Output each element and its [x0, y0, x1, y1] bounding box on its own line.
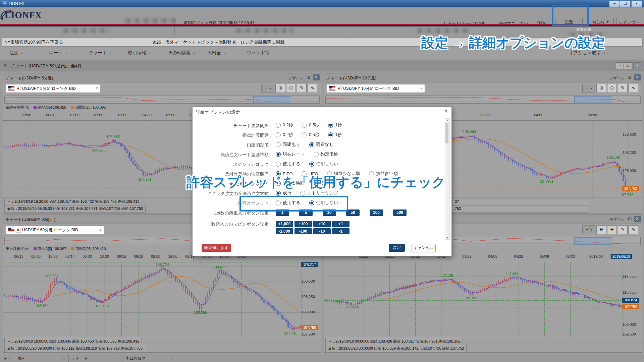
menu-item-2[interactable]: チャート∨ [89, 50, 112, 56]
radio-icon[interactable] [302, 132, 307, 137]
radio-selected-icon[interactable] [276, 152, 281, 157]
radio-icon[interactable] [276, 123, 281, 128]
chart-plot-area[interactable]: 108.817108.750108.500108.250108.000107.7… [3, 262, 321, 337]
lot-preset-button[interactable]: 50 [346, 209, 360, 216]
radio-option[interactable]: 使用する [276, 161, 301, 167]
scroll-thumb[interactable] [445, 123, 448, 143]
japan-flag-icon [337, 86, 342, 91]
menu-item-5[interactable]: 入出金∨ [207, 50, 225, 56]
add-indicator-button[interactable]: ＋ ∨ [582, 225, 595, 234]
ok-button[interactable]: 決定 [389, 244, 405, 252]
mdi-restore-button[interactable]: ❐ [624, 62, 632, 69]
spin-preset-button[interactable]: -1 [332, 228, 350, 234]
tab-trade[interactable]: 取引∨ [15, 354, 69, 362]
radio-option[interactable]: 約定価格 [314, 151, 338, 157]
mdi-minimize-button[interactable]: ▭ [615, 62, 623, 69]
tab-chart[interactable]: チャート∨ [68, 354, 122, 362]
radio-option[interactable]: 0.2秒 [276, 132, 293, 138]
instrument-dropdown[interactable]: USD/JPY 10分足 ローソク BID∨ [327, 84, 425, 93]
spin-preset-button[interactable]: -1,000 [276, 228, 293, 234]
scroll-up-icon[interactable]: ▲ [445, 119, 449, 121]
radio-selected-icon[interactable] [328, 123, 333, 128]
draw-tool-icon[interactable]: ✎ [618, 225, 628, 234]
radio-option[interactable]: 現在レート [276, 151, 305, 157]
radio-option[interactable]: 0.5秒 [302, 132, 319, 138]
y-axis-label: 108.250 [623, 150, 636, 155]
scroll-down-icon[interactable]: ▼ [445, 237, 449, 239]
menu-item-4[interactable]: その他情報∨ [168, 50, 195, 56]
chevron-down-icon: ∨ [63, 357, 65, 360]
mdi-close-button[interactable]: ✕ [633, 62, 641, 69]
radio-option[interactable]: 両建なし [309, 141, 334, 147]
mdi-window-bar[interactable]: ✥ チャート(USD/JPY 5分足)他、全4件 ▭ ❐ ✕ [0, 60, 644, 71]
menu-item-6[interactable]: ウィンドウ∨ [247, 50, 275, 56]
add-indicator-button[interactable]: ＋ ∨ [261, 84, 274, 93]
zoom-in-icon[interactable]: ⊕ [596, 225, 606, 234]
radio-icon[interactable] [276, 132, 281, 137]
radio-icon[interactable] [276, 162, 281, 167]
reset-defaults-button[interactable]: 既定値に戻す [202, 244, 231, 252]
radio-icon[interactable] [314, 152, 319, 157]
zoom-out-icon[interactable]: ⊖ [607, 225, 617, 234]
draw-tool-icon[interactable]: ✎ [618, 84, 628, 93]
radio-icon[interactable] [302, 123, 307, 128]
menu-item-3[interactable]: 取引情報∨ [128, 50, 151, 56]
design-button[interactable]: デザイン [609, 76, 625, 81]
zoom-in-icon[interactable]: ⊕ [596, 84, 606, 93]
spin-preset-button[interactable]: +10 [313, 221, 331, 227]
radio-option[interactable]: 0.5秒 [302, 122, 319, 128]
zoom-in-icon[interactable]: ⊕ [275, 84, 285, 93]
price-annotation: 108.677 [213, 265, 226, 269]
minimize-button[interactable]: ─ [609, 1, 620, 7]
spin-preset-button[interactable]: +100 [294, 221, 312, 227]
gear-icon[interactable]: ⚙ [307, 75, 311, 80]
restore-button[interactable]: ❐ [620, 1, 631, 7]
ma-legend: 単純移動平均:期間A[5] 108.367期間C[25] 108.420 [6, 246, 106, 253]
spin-preset-button[interactable]: -100 [294, 228, 312, 234]
add-indicator-button[interactable]: ＋ ∨ [582, 84, 595, 93]
instrument-dropdown[interactable]: USD/JPY 5分足 ローソク BID∨ [6, 84, 100, 93]
chart-close-button[interactable]: ✕ [634, 74, 641, 80]
radio-option[interactable]: 1秒 [328, 122, 342, 128]
move-icon[interactable]: ✥ [3, 63, 7, 68]
design-button[interactable]: デザイン [288, 76, 304, 81]
design-button[interactable]: デザイン [609, 217, 625, 222]
spin-preset-button[interactable]: -10 [313, 228, 331, 234]
menu-item-0[interactable]: 注文∨ [9, 50, 23, 56]
lot-preset-button[interactable]: 100 [370, 209, 383, 216]
radio-selected-icon[interactable] [309, 142, 314, 147]
spin-preset-button[interactable]: +1 [332, 221, 350, 227]
chart-overview-strip[interactable] [325, 96, 641, 104]
trend-tool-icon[interactable]: ∿ [629, 84, 638, 93]
draw-tool-icon[interactable]: ✎ [297, 84, 307, 93]
chart-close-button[interactable]: ✕ [313, 74, 320, 80]
zoom-out-icon[interactable]: ⊖ [286, 84, 296, 93]
radio-selected-icon[interactable] [309, 162, 314, 167]
lot-preset-button[interactable]: 500 [393, 209, 407, 216]
instrument-dropdown[interactable]: USD/JPY 60分足 ローソク BID∨ [6, 226, 104, 234]
close-button[interactable]: ✕ [631, 1, 642, 7]
radio-option[interactable]: 0.2秒 [276, 122, 293, 128]
radio-icon[interactable] [276, 142, 281, 147]
menu-item-1[interactable]: レート∨ [49, 50, 67, 56]
chart-plot-area[interactable]: 112.500110.000108.824107.752105.000102.5… [324, 262, 642, 337]
radio-selected-icon[interactable] [328, 132, 333, 137]
spin-preset-button[interactable]: +1,000 [276, 221, 293, 227]
trend-tool-icon[interactable]: ∿ [629, 225, 638, 234]
price-annotation: 108.494 [463, 130, 476, 134]
chart-overview-strip[interactable] [4, 96, 320, 104]
zoom-out-icon[interactable]: ⊖ [607, 84, 617, 93]
x-tick-label: 16:00 [168, 254, 177, 258]
chart-close-button[interactable]: ✕ [634, 216, 641, 222]
cancel-button[interactable]: キャンセル [412, 244, 436, 252]
dialog-close-icon[interactable]: ✕ [444, 109, 448, 114]
gear-icon[interactable]: ⚙ [628, 75, 632, 80]
radio-option[interactable]: 使用しない [309, 161, 338, 167]
gear-icon[interactable]: ⚙ [628, 216, 632, 222]
add-panel-button[interactable]: ＋∨ [0, 354, 15, 362]
radio-option[interactable]: 1秒 [328, 132, 342, 138]
trend-tool-icon[interactable]: ∿ [308, 84, 317, 93]
dialog-scrollbar[interactable]: ▲ ▼ [445, 118, 450, 240]
radio-option[interactable]: 両建あり [276, 141, 301, 147]
tab-today-history[interactable]: 本日の履歴∨ [122, 354, 176, 362]
